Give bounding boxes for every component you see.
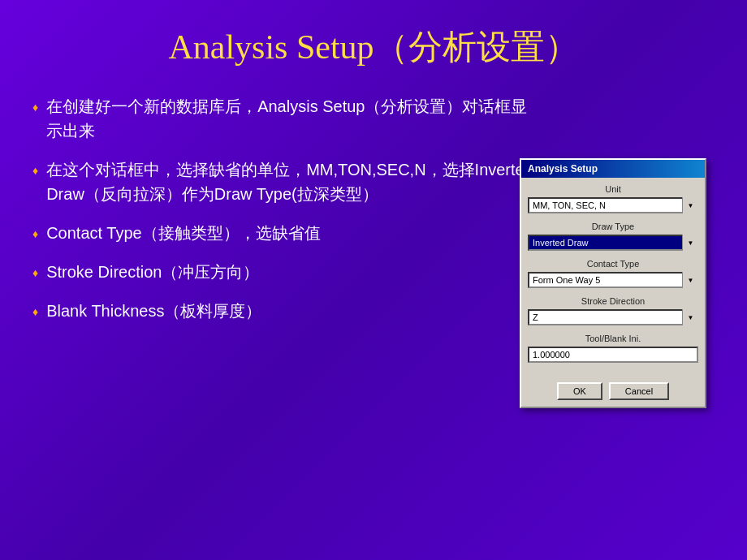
unit-select-wrapper[interactable]: MM, TON, SEC, N IN, LBF, SEC, LBF ▼ [528, 197, 698, 213]
slide-title: Analysis Setup（分析设置） [32, 24, 715, 70]
bullet-text-2: 在这个对话框中，选择缺省的单位，MM,TON,SEC,N，选择Inverted … [46, 157, 536, 206]
unit-select[interactable]: MM, TON, SEC, N IN, LBF, SEC, LBF [528, 197, 698, 213]
stroke-direction-select-wrapper[interactable]: Z -Z X -X Y -Y ▼ [528, 309, 698, 325]
bullet-item-4: ♦ Stroke Direction（冲压方向） [32, 260, 536, 284]
bullet-item-3: ♦ Contact Type（接触类型），选缺省值 [32, 221, 536, 245]
stroke-direction-label: Stroke Direction [528, 296, 698, 306]
bullet-icon-4: ♦ [32, 265, 38, 282]
bullet-icon-2: ♦ [32, 162, 38, 179]
bullet-text-1: 在创建好一个新的数据库后，Analysis Setup（分析设置）对话框显示出来 [46, 94, 536, 143]
bullet-item-5: ♦ Blank Thickness（板料厚度） [32, 299, 536, 323]
contact-type-select[interactable]: Form One Way 5 Form One Way 3 Form Two W… [528, 272, 698, 288]
bullet-item-1: ♦ 在创建好一个新的数据库后，Analysis Setup（分析设置）对话框显示… [32, 94, 536, 143]
unit-label: Unit [528, 184, 698, 194]
contact-type-select-wrapper[interactable]: Form One Way 5 Form One Way 3 Form Two W… [528, 272, 698, 288]
tool-blank-ini-input[interactable] [528, 347, 698, 363]
dialog-button-row: OK Cancel [521, 377, 705, 407]
dialog-title: Analysis Setup [528, 163, 598, 174]
bullet-text-4: Stroke Direction（冲压方向） [46, 260, 536, 284]
dialog-titlebar: Analysis Setup [521, 160, 705, 178]
contact-type-label: Contact Type [528, 259, 698, 269]
bullet-list: ♦ 在创建好一个新的数据库后，Analysis Setup（分析设置）对话框显示… [32, 94, 536, 323]
stroke-direction-select[interactable]: Z -Z X -X Y -Y [528, 309, 698, 325]
bullet-item-2: ♦ 在这个对话框中，选择缺省的单位，MM,TON,SEC,N，选择Inverte… [32, 157, 536, 206]
bullet-text-5: Blank Thickness（板料厚度） [46, 299, 536, 323]
cancel-button[interactable]: Cancel [609, 382, 669, 400]
draw-type-select-wrapper[interactable]: Inverted Draw Normal Draw Blanking ▼ [528, 235, 698, 251]
draw-type-select[interactable]: Inverted Draw Normal Draw Blanking [528, 235, 698, 251]
presentation-slide: Analysis Setup（分析设置） ♦ 在创建好一个新的数据库后，Anal… [0, 0, 747, 560]
dialog-content: Unit MM, TON, SEC, N IN, LBF, SEC, LBF ▼… [521, 178, 705, 377]
bullet-icon-3: ♦ [32, 226, 38, 243]
bullet-icon-5: ♦ [32, 304, 38, 321]
analysis-setup-dialog: Analysis Setup Unit MM, TON, SEC, N IN, … [520, 158, 706, 408]
draw-type-label: Draw Type [528, 222, 698, 231]
bullet-icon-1: ♦ [32, 99, 38, 116]
bullet-text-3: Contact Type（接触类型），选缺省值 [46, 221, 536, 245]
ok-button[interactable]: OK [557, 382, 602, 400]
tool-blank-ini-label: Tool/Blank Ini. [528, 334, 698, 343]
